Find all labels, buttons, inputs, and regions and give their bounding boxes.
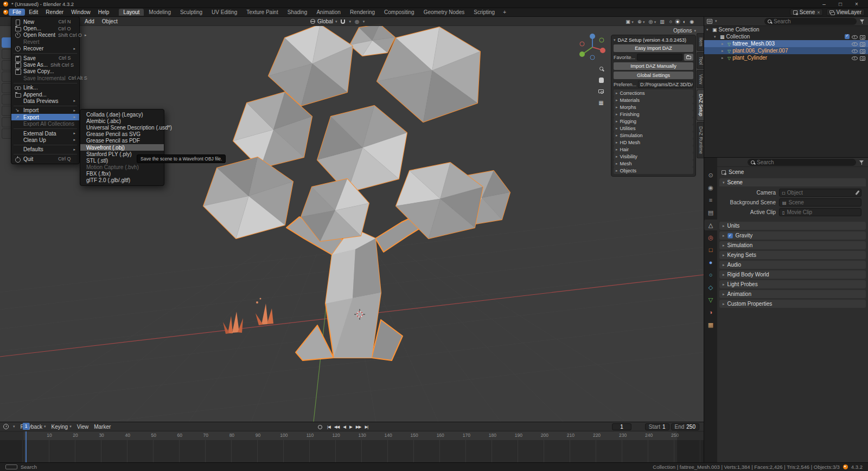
add-menu[interactable]: Add — [81, 18, 98, 25]
render-visibility-icon[interactable] — [859, 41, 865, 47]
daz-section-header[interactable]: ▸ Objects — [614, 167, 693, 174]
id-picker-field[interactable]: Scene — [779, 198, 861, 207]
properties-tab[interactable] — [704, 195, 717, 205]
workspace-tab[interactable]: Animation — [312, 9, 344, 16]
exclude-checkbox-icon[interactable] — [845, 34, 850, 39]
daz-section-header[interactable]: ▸ Finishing — [614, 111, 693, 118]
minimize-button[interactable]: – — [816, 0, 832, 8]
file-menu-item[interactable]: Save Incremental Ctrl Alt S ▸ — [11, 75, 79, 81]
export-menu-item[interactable]: FBX (.fbx) ▸ — [80, 171, 164, 177]
properties-tab[interactable] — [704, 170, 717, 180]
outliner-row[interactable]: ▸ fattree_Mesh.003 — [704, 40, 868, 47]
export-menu-item[interactable]: Alembic (.abc) ▸ — [80, 118, 164, 124]
menubar-item[interactable]: File — [9, 9, 25, 16]
editor-type-dropdown-icon[interactable]: ▾ — [13, 424, 15, 429]
timeline-ruler[interactable]: 1020304050607080901001101201301401501601… — [0, 431, 704, 440]
transform-orientation-dropdown[interactable]: Global ▾ — [310, 18, 337, 24]
plant-large[interactable] — [256, 298, 273, 326]
id-picker-field[interactable]: Object — [779, 189, 861, 197]
transport-button[interactable]: ◀ — [341, 424, 347, 430]
properties-section-header[interactable]: ▸ Animation — [719, 290, 866, 298]
sidebar-tab[interactable]: Item — [697, 33, 704, 51]
export-menu-item[interactable]: Motion Capture (.bvh) ▸ — [80, 164, 164, 171]
properties-section-header[interactable]: ▸ Simulation — [719, 241, 866, 249]
add-workspace-button[interactable]: + — [500, 9, 509, 16]
transport-button[interactable]: |◀ — [326, 424, 332, 430]
timeline-menu[interactable]: Keying▾ — [50, 424, 73, 430]
import-daz-manually-button[interactable]: Import DAZ Manually — [614, 62, 693, 70]
sidebar-tab[interactable]: DAZ Runtime — [697, 122, 704, 158]
file-menu-item[interactable]: Defaults ▸ — [11, 146, 79, 153]
timeline-editor-icon[interactable] — [3, 424, 9, 429]
render-visibility-icon[interactable] — [859, 34, 865, 40]
export-menu-item[interactable]: glTF 2.0 (.glb/.gltf) ▸ — [80, 177, 164, 184]
proportional-dropdown-icon[interactable]: ▾ — [363, 20, 365, 24]
gizmos-dropdown[interactable]: ⊕ ▾ — [637, 19, 645, 24]
properties-section-header[interactable]: ▸ Gravity — [719, 231, 866, 240]
current-frame-field[interactable]: 1 — [612, 423, 631, 430]
sidebar-tab[interactable]: DAZ Setup — [697, 89, 704, 121]
hide-eye-icon[interactable] — [851, 55, 858, 61]
workspace-tab[interactable]: Compositing — [380, 9, 419, 16]
file-menu-item[interactable]: Link... ▸ — [11, 85, 79, 91]
hide-eye-icon[interactable] — [851, 41, 858, 47]
file-menu-item[interactable]: New Ctrl N ▸ — [11, 18, 79, 25]
properties-section-header[interactable]: ▸ Light Probes — [719, 280, 866, 288]
frame-end-field[interactable]: End250 — [671, 423, 699, 430]
file-menu-item[interactable]: Save Copy... ▸ — [11, 68, 79, 75]
sidebar-tab[interactable]: View — [697, 70, 704, 88]
properties-section-header[interactable]: ▸ Keying Sets — [719, 251, 866, 259]
filter-icon[interactable] — [859, 159, 865, 165]
unlink-scene-icon[interactable]: × — [817, 10, 820, 15]
transport-button[interactable]: ▶ — [348, 424, 354, 430]
timeline-track[interactable] — [0, 440, 704, 462]
daz-section-header[interactable]: ▸ Visibility — [614, 153, 693, 160]
properties-search-input[interactable]: Search — [748, 159, 856, 166]
tool-options-dropdown[interactable]: Options▾ — [673, 28, 696, 34]
xray-toggle[interactable]: ▥ — [660, 19, 665, 24]
close-button[interactable]: × — [848, 0, 865, 8]
file-menu-item[interactable]: Export ▸ — [11, 114, 79, 120]
hide-eye-icon[interactable] — [851, 48, 858, 54]
properties-tab[interactable] — [704, 294, 717, 305]
outliner-row[interactable]: ▾ Scene Collection — [704, 26, 868, 33]
menubar-item[interactable]: Help — [94, 9, 113, 16]
workspace-tab[interactable]: Sculpting — [176, 9, 207, 16]
id-picker-field[interactable]: Movie Clip — [779, 208, 861, 216]
menubar-item[interactable]: Edit — [25, 9, 42, 16]
browse-folder-button[interactable] — [684, 54, 693, 61]
shading-rendered-icon[interactable]: ◉ — [688, 19, 695, 24]
snap-magnet-icon[interactable] — [341, 20, 345, 24]
properties-tab[interactable] — [704, 282, 717, 293]
expand-icon[interactable]: ▸ — [722, 56, 726, 60]
file-menu-item[interactable]: Clean Up ▸ — [11, 137, 79, 143]
overlays-dropdown[interactable]: ◎ ▾ — [648, 19, 656, 24]
file-menu-item[interactable]: Import ▸ — [11, 107, 79, 114]
filter-icon[interactable] — [859, 18, 865, 24]
file-menu-item[interactable]: Quit Ctrl Q ▸ — [11, 156, 79, 162]
expand-icon[interactable]: ▾ — [706, 28, 711, 32]
properties-tab[interactable] — [704, 207, 717, 218]
expand-icon[interactable]: ▸ — [722, 42, 726, 46]
file-menu-item[interactable]: Recover ▸ — [11, 46, 79, 52]
daz-section-header[interactable]: ▸ HD Mesh — [614, 139, 693, 146]
daz-section-header[interactable]: ▸ Materials — [614, 96, 693, 104]
outliner-row[interactable]: ▾ Collection — [704, 33, 868, 40]
daz-panel-header[interactable]: ▾ DAZ Setup (version 4.3.0.2453) — [614, 37, 693, 43]
file-menu-item[interactable]: External Data ▸ — [11, 130, 79, 137]
daz-section-header[interactable]: ▸ Utilities — [614, 125, 693, 132]
scene-selector[interactable]: Scene × — [790, 9, 824, 16]
preferences-path-dropdown[interactable]: D:/Programs/DAZ 3D/DAZ... ▾ — [638, 81, 693, 88]
outliner-row[interactable]: ▸ plant.006_Cylinder.007 — [704, 47, 868, 54]
file-menu-item[interactable]: Save As... Shift Ctrl S ▸ — [11, 61, 79, 68]
properties-tab[interactable] — [704, 182, 717, 193]
render-visibility-icon[interactable] — [859, 48, 865, 54]
transport-button[interactable]: ◀◀ — [333, 424, 341, 430]
scene-panel-header[interactable]: ▾ Scene — [719, 178, 866, 186]
easy-import-daz-button[interactable]: Easy Import DAZ — [614, 44, 693, 52]
shading-material-icon[interactable]: ◐ — [682, 19, 687, 24]
snap-dropdown-icon[interactable]: ▾ — [349, 20, 351, 24]
hide-eye-icon[interactable] — [851, 34, 858, 40]
render-visibility-icon[interactable] — [859, 55, 865, 61]
shading-wireframe-icon[interactable]: ○ — [668, 19, 673, 24]
